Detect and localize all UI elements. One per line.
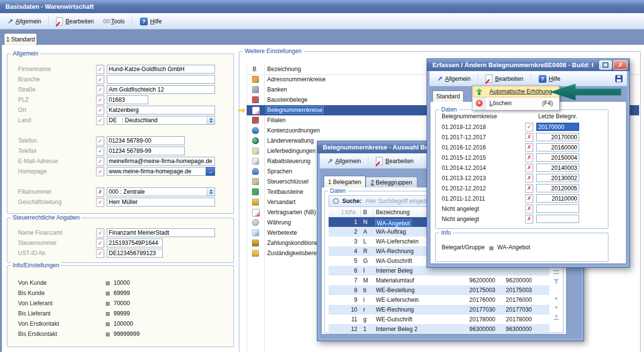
inactive-x-icon[interactable] (525, 143, 533, 152)
menu-allgemein[interactable]: ↗ Allgemein (5, 17, 43, 26)
field-x-icon[interactable] (96, 187, 104, 197)
field-check-icon[interactable] (96, 147, 104, 156)
tab-standard[interactable]: 1 Standard (4, 33, 37, 45)
nummernkreis-label: 01.2014-12.2014 (442, 165, 486, 171)
field-check-icon[interactable] (96, 85, 104, 94)
menu-hilfe[interactable]: Hilfe (137, 16, 164, 27)
belegart-row[interactable]: 121Interner Beleg 29630000096300000 (329, 324, 549, 334)
grip-lines-icon[interactable] (553, 273, 559, 274)
field-check-icon[interactable] (96, 167, 104, 176)
belegart-row[interactable]: 10rWE-Rechnung2017703020177030 (329, 305, 549, 315)
belegart-row[interactable]: 8bWE-Bestellung2017500320175003 (329, 285, 549, 295)
letzte-belegnr-input[interactable] (536, 194, 579, 203)
menu-tools[interactable]: ⚙⚙ Tools (100, 17, 127, 26)
help-icon (539, 75, 546, 83)
letzte-belegnr-input[interactable] (536, 123, 579, 131)
inactive-x-icon[interactable] (525, 194, 533, 203)
field-input-homepage[interactable] (107, 167, 206, 176)
field-input-stra-e[interactable] (107, 85, 215, 94)
cell-bezeichnung: WE-Bestellung (376, 287, 414, 294)
active-check-icon[interactable] (525, 123, 533, 131)
field-input-plz[interactable] (107, 95, 148, 104)
letzte-belegnr-input[interactable] (536, 153, 579, 162)
field-check-icon[interactable] (96, 106, 104, 115)
menu-item-loeschen[interactable]: Löschen (F4) (473, 98, 559, 109)
field-input-firmenname[interactable] (107, 65, 215, 74)
menu-item-automatische-erhoehung[interactable]: Automatische Erhöhung (473, 86, 559, 97)
cell-lfdnr: 8 (329, 287, 357, 294)
erfassen-menu-allgemein[interactable]: ↗ Allgemein (434, 74, 473, 84)
field-input-branche[interactable] (107, 75, 215, 84)
field-check-icon[interactable] (96, 75, 104, 84)
scroll-down-icon[interactable]: ▼ (554, 296, 559, 301)
save-icon[interactable] (615, 75, 623, 82)
letzte-belegnr-input[interactable] (536, 204, 579, 213)
field-input-ust-id-nr-[interactable] (107, 249, 163, 258)
field-input-telefax[interactable] (107, 147, 185, 155)
field-input-telefon[interactable] (107, 136, 185, 145)
cell-b: l (363, 296, 365, 303)
letzte-belegnr-input[interactable] (536, 215, 579, 223)
belegart-row[interactable]: 11gWE-Gutschrift2017800020178000 (329, 315, 549, 324)
field-check-icon[interactable] (96, 239, 104, 248)
maximize-button[interactable] (599, 60, 612, 70)
spinner-control[interactable] (207, 187, 215, 196)
field-input-e-mail-adresse[interactable] (107, 157, 215, 166)
form-field-row: Homepage (7, 167, 234, 176)
settings-item-label: Banken (267, 86, 287, 93)
inactive-x-icon[interactable] (525, 215, 533, 223)
tab-beleggruppen[interactable]: 2 Beleggruppen (366, 177, 417, 187)
close-button[interactable] (613, 60, 627, 70)
belegart-row[interactable]: 7MMaterialumlauf9620000096200000 (329, 276, 549, 285)
field-check-icon[interactable] (96, 116, 104, 125)
field-check-icon[interactable] (96, 95, 104, 105)
field-input-land[interactable] (107, 116, 207, 125)
tab-belegarten[interactable]: 1 Belegarten (324, 176, 366, 187)
letzte-belegnr-input[interactable] (536, 133, 579, 141)
filter-icon[interactable] (553, 279, 559, 284)
nummernkreis-label: 01.2017-12.2017 (442, 134, 486, 141)
field-input-ort[interactable] (107, 106, 215, 114)
field-check-icon[interactable] (96, 249, 104, 258)
inactive-x-icon[interactable] (525, 153, 533, 162)
field-input-gesch-ftsleitung[interactable] (107, 198, 215, 206)
auswahl-menu-allgemein[interactable]: ↗ Allgemein (325, 156, 363, 166)
belegart-row[interactable]: 9lWE-Lieferschein2017600020176000 (329, 295, 549, 305)
inactive-x-icon[interactable] (525, 184, 533, 193)
cell-lfdnr: 2 (329, 228, 357, 235)
info-row-value: 100000 (114, 320, 133, 327)
edit-document-icon (56, 17, 63, 25)
grip-lines-icon[interactable] (553, 270, 559, 271)
field-check-icon[interactable] (96, 65, 104, 74)
letzte-belegnr-input[interactable] (536, 184, 579, 192)
field-check-icon[interactable] (96, 157, 104, 166)
column-letzte-belegnr: Letzte Belegnr. (538, 113, 577, 120)
field-check-icon[interactable] (96, 136, 104, 146)
groupbox-daten-title: Daten (328, 187, 348, 194)
inactive-x-icon[interactable] (525, 164, 533, 172)
erfassen-menu-hilfe[interactable]: Hilfe (536, 74, 563, 84)
tab-standard-erfassen[interactable]: Standard (432, 91, 464, 102)
move-to-bottom-icon[interactable]: ▼ (554, 314, 559, 320)
inactive-x-icon[interactable] (525, 174, 533, 183)
letzte-belegnr-input[interactable] (536, 164, 579, 172)
letzte-belegnr-input[interactable] (536, 174, 579, 182)
auswahl-menu-bearbeiten[interactable]: Bearbeiten (373, 155, 416, 167)
field-input-steuernummer[interactable] (107, 239, 163, 247)
search-input[interactable]: Hier Suchbegriff eingeben (366, 198, 433, 204)
spinner-control[interactable] (207, 116, 215, 125)
inactive-x-icon[interactable] (525, 204, 533, 213)
field-input-filialnummer[interactable] (107, 187, 207, 196)
groupbox-allgemein: Allgemein FirmennameBrancheStraßePLZOrtL… (7, 54, 234, 214)
move-down-icon[interactable]: ▼ (554, 305, 559, 310)
menu-bearbeiten[interactable]: Bearbeiten (54, 16, 96, 27)
field-input-name-finanzamt[interactable] (107, 228, 215, 237)
erfassen-menu-bearbeiten[interactable]: Bearbeiten (483, 73, 526, 84)
open-link-button[interactable] (206, 167, 215, 176)
cell-letzte-nr-1: 20175003 (457, 287, 495, 294)
menu-hilfe-label: Hilfe (150, 18, 162, 25)
field-check-icon[interactable] (96, 228, 104, 238)
letzte-belegnr-input[interactable] (536, 143, 579, 151)
inactive-x-icon[interactable] (525, 133, 533, 142)
field-check-icon[interactable] (96, 198, 104, 207)
